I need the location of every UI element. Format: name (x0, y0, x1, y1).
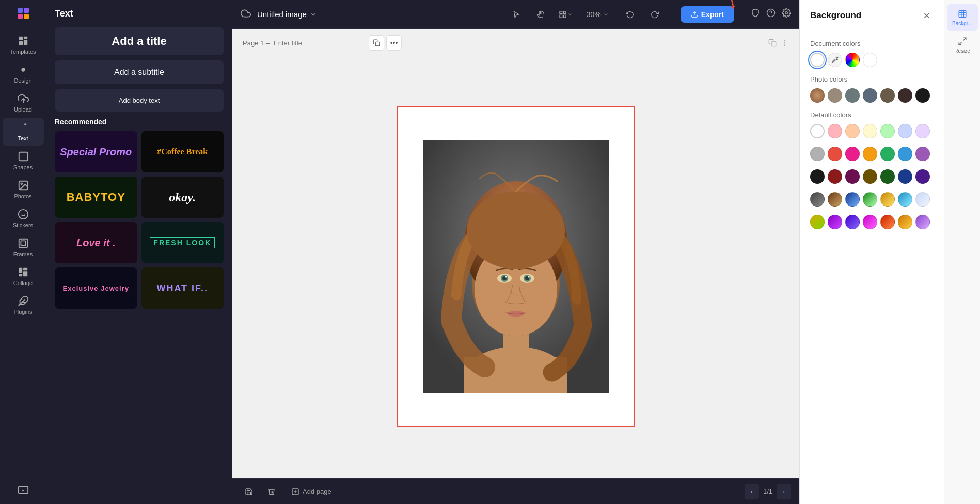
redo-button[interactable] (645, 5, 664, 24)
template-card-coffee-break[interactable]: #Coffee Break (141, 131, 224, 172)
default-color-darkgreen[interactable] (880, 169, 895, 184)
default-color-purple[interactable] (915, 147, 930, 161)
prev-page-button[interactable]: ‹ (745, 484, 759, 499)
photo-color-3[interactable] (845, 88, 860, 103)
eyedropper-button[interactable] (828, 53, 842, 67)
gradient-orange-yellow[interactable] (898, 215, 912, 229)
shield-icon[interactable] (751, 8, 760, 20)
default-color-black[interactable] (810, 169, 825, 184)
canvas-wrapper[interactable] (232, 55, 799, 478)
gradient-blue[interactable] (845, 192, 860, 207)
photo-color-1[interactable] (810, 88, 825, 103)
sidebar-item-photos[interactable]: Photos (3, 176, 44, 203)
gradient-light-blue[interactable] (915, 192, 930, 207)
zoom-control[interactable]: 30% (581, 7, 614, 22)
delete-button[interactable] (263, 483, 280, 500)
template-card-okay[interactable]: okay. (141, 177, 224, 218)
add-subtitle-button[interactable]: Add a subtitle (55, 60, 224, 84)
save-button[interactable] (241, 483, 257, 500)
gradient-violet[interactable] (828, 215, 842, 229)
default-color-green[interactable] (880, 147, 895, 161)
default-color-white[interactable] (810, 124, 825, 138)
bg-panel-close-button[interactable]: ✕ (919, 8, 934, 23)
template-card-babytoy[interactable]: BABYTOY (55, 177, 137, 218)
page-action-more-button[interactable]: ••• (386, 35, 402, 51)
app-logo[interactable] (14, 4, 33, 23)
pan-tool-button[interactable] (532, 5, 550, 24)
gradient-gold[interactable] (880, 192, 895, 207)
right-tab-background[interactable]: Backgr... (947, 4, 978, 32)
gradient-warm[interactable] (828, 192, 842, 207)
sidebar-item-keyboard[interactable] (3, 479, 44, 499)
default-color-pink[interactable] (828, 124, 842, 138)
default-colors-row-3 (810, 169, 934, 184)
template-card-love-it[interactable]: Love it . (55, 222, 137, 263)
page-header-right (768, 39, 789, 47)
sidebar-item-collage[interactable]: Collage (3, 262, 44, 290)
default-color-lightgreen[interactable] (880, 124, 895, 138)
pagination: ‹ 1/1 › (745, 484, 791, 499)
default-color-lavender[interactable] (898, 124, 912, 138)
default-color-darkviolet[interactable] (915, 169, 930, 184)
template-card-fresh-look[interactable]: FRESH LOOK (141, 222, 224, 263)
sidebar-item-stickers[interactable]: Stickers (3, 204, 44, 232)
template-card-special-promo[interactable]: Special Promo (55, 131, 137, 172)
gradient-dark[interactable] (810, 192, 825, 207)
photo-color-5[interactable] (880, 88, 895, 103)
help-icon[interactable] (766, 8, 776, 20)
undo-button[interactable] (621, 5, 639, 24)
sidebar-item-plugins[interactable]: Plugins (3, 291, 44, 319)
photo-color-4[interactable] (863, 88, 877, 103)
default-color-darkred[interactable] (828, 169, 842, 184)
select-tool-button[interactable] (507, 5, 526, 24)
svg-point-67 (467, 192, 565, 269)
view-options-button[interactable] (557, 5, 575, 24)
gradient-green[interactable] (863, 192, 877, 207)
doc-color-gradient[interactable] (845, 53, 860, 67)
default-color-yellow[interactable] (863, 124, 877, 138)
left-sidebar: Templates Design Upload Text Shapes (0, 0, 46, 504)
photo-color-7[interactable] (915, 88, 930, 103)
page-action-copy-button[interactable] (369, 35, 384, 51)
sidebar-item-templates[interactable]: Templates (3, 31, 44, 59)
template-card-exclusive-jewelry[interactable]: Exclusive Jewelry (55, 267, 137, 309)
template-card-what-if[interactable]: WHAT IF.. (141, 267, 224, 309)
gradient-red-orange[interactable] (880, 215, 895, 229)
svg-rect-34 (560, 15, 562, 18)
default-color-blue[interactable] (898, 147, 912, 161)
add-title-button[interactable]: Add a title (55, 27, 224, 55)
gradient-yellow-green[interactable] (810, 215, 825, 229)
sidebar-item-frames-label: Frames (13, 251, 33, 257)
settings-icon[interactable] (782, 8, 791, 20)
default-color-orange[interactable] (863, 147, 877, 161)
right-tab-resize[interactable]: Resize (947, 32, 978, 59)
default-color-peach[interactable] (845, 124, 860, 138)
doc-color-extra[interactable] (863, 53, 877, 67)
default-color-darkgold[interactable] (863, 169, 877, 184)
add-body-button[interactable]: Add body text (55, 89, 224, 112)
photo-color-6[interactable] (898, 88, 912, 103)
doc-color-white[interactable] (810, 53, 825, 67)
gradient-pink-purple[interactable] (863, 215, 877, 229)
sidebar-item-text[interactable]: Text (3, 118, 44, 146)
sidebar-item-design[interactable]: Design (3, 60, 44, 88)
sidebar-item-shapes[interactable]: Shapes (3, 147, 44, 175)
default-color-gray[interactable] (810, 147, 825, 161)
sidebar-item-upload[interactable]: Upload (3, 89, 44, 117)
gradient-indigo[interactable] (845, 215, 860, 229)
default-color-darkpurple[interactable] (845, 169, 860, 184)
default-color-lilac[interactable] (915, 124, 930, 138)
sidebar-item-frames[interactable]: Frames (3, 233, 44, 261)
default-color-darkblue[interactable] (898, 169, 912, 184)
gradient-cyan[interactable] (898, 192, 912, 207)
doc-title[interactable]: Untitled image (257, 10, 317, 19)
page-title-input[interactable] (274, 39, 360, 47)
default-color-red[interactable] (828, 147, 842, 161)
default-colors-row-4 (810, 192, 934, 207)
default-color-hotpink[interactable] (845, 147, 860, 161)
gradient-soft-purple[interactable] (915, 215, 930, 229)
add-page-button[interactable]: Add page (286, 484, 337, 499)
canvas-frame[interactable] (397, 106, 635, 427)
next-page-button[interactable]: › (777, 484, 791, 499)
photo-color-2[interactable] (828, 88, 842, 103)
